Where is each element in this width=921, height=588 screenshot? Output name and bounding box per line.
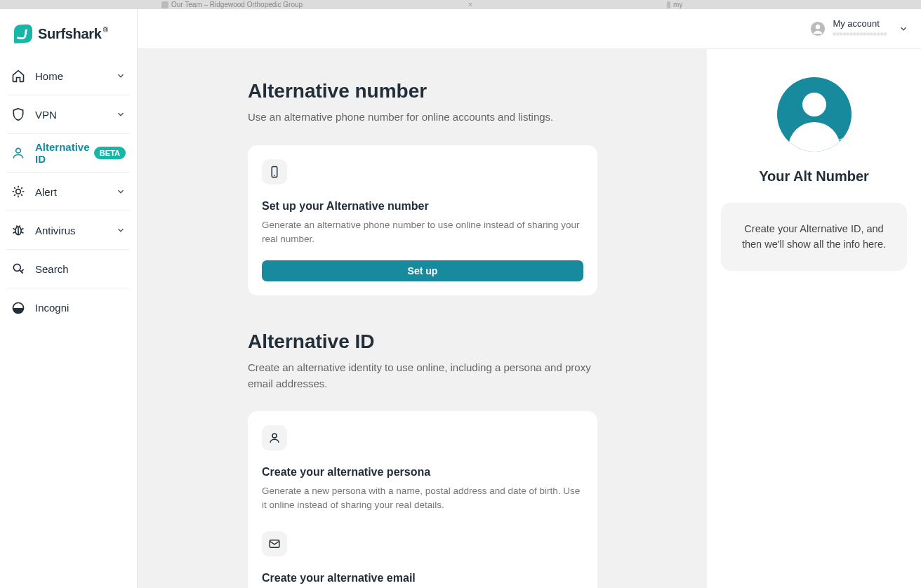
svg-line-14 — [13, 232, 15, 234]
svg-line-7 — [21, 194, 22, 196]
bug-icon — [11, 223, 25, 237]
sidebar: Surfshark® Home VPN — [0, 9, 138, 588]
sidebar-item-antivirus[interactable]: Antivirus — [7, 211, 130, 250]
alt-number-card-title: Set up your Alternative number — [262, 200, 583, 213]
beta-badge: BETA — [94, 147, 126, 159]
sidebar-item-label: VPN — [35, 109, 57, 121]
svg-line-20 — [21, 269, 23, 272]
svg-point-26 — [272, 434, 277, 438]
sidebar-item-alert[interactable]: Alert — [7, 173, 130, 211]
favicon-icon — [667, 1, 670, 8]
svg-line-8 — [14, 194, 15, 196]
svg-line-15 — [21, 232, 23, 234]
close-icon[interactable]: × — [463, 1, 477, 8]
sidebar-item-label: Home — [35, 70, 63, 82]
chevron-down-icon — [116, 71, 126, 81]
email-icon — [262, 531, 287, 556]
svg-line-9 — [21, 187, 22, 189]
account-avatar-icon — [810, 21, 826, 36]
sidebar-item-incogni[interactable]: Incogni — [7, 288, 130, 327]
sidebar-item-label: Incogni — [35, 302, 69, 314]
search-icon — [11, 262, 25, 276]
tab-title: Our Team – Ridgewood Orthopedic Group — [171, 1, 303, 8]
favicon-icon — [161, 1, 168, 8]
alt-id-card: Create your alternative persona Generate… — [248, 411, 597, 588]
svg-point-0 — [16, 148, 21, 153]
persona-desc: Generate a new persona with a name, post… — [262, 484, 583, 513]
email-title: Create your alternative email — [262, 572, 583, 584]
persona-title: Create your alternative persona — [262, 466, 583, 479]
sidebar-item-label: Alert — [35, 186, 57, 198]
sidebar-item-home[interactable]: Home — [7, 57, 130, 95]
svg-line-6 — [14, 187, 15, 189]
surfshark-logo-icon — [14, 24, 32, 44]
setup-button[interactable]: Set up — [262, 260, 583, 281]
brand-name: Surfshark® — [38, 26, 108, 42]
chevron-down-icon — [116, 187, 126, 196]
svg-line-17 — [20, 225, 20, 227]
panel-title: Your Alt Number — [721, 168, 907, 185]
chevron-down-icon — [116, 225, 126, 235]
sidebar-item-label: Search — [35, 263, 69, 275]
account-email: •••••••••••••••• — [833, 29, 887, 39]
person-icon — [262, 425, 287, 450]
svg-point-18 — [13, 264, 20, 271]
phone-icon — [262, 159, 287, 185]
home-icon — [11, 69, 25, 83]
sidebar-item-alternative-id[interactable]: Alternative ID BETA — [7, 134, 130, 173]
svg-point-23 — [816, 25, 820, 29]
alt-id-title: Alternative ID — [248, 330, 597, 353]
alt-number-card: Set up your Alternative number Generate … — [248, 145, 597, 296]
chevron-down-icon — [899, 24, 908, 34]
incogni-icon — [11, 301, 25, 315]
alt-id-subtitle: Create an alternative identity to use on… — [248, 360, 597, 392]
sidebar-item-search[interactable]: Search — [7, 250, 130, 288]
panel-info-box: Create your Alternative ID, and then we'… — [721, 203, 907, 271]
top-bar: My account •••••••••••••••• — [138, 9, 921, 49]
alt-number-subtitle: Use an alternative phone number for onli… — [248, 109, 597, 126]
browser-tab-1[interactable]: Our Team – Ridgewood Orthopedic Group — [161, 1, 463, 8]
account-label: My account — [833, 19, 887, 29]
svg-line-12 — [13, 229, 15, 230]
shield-icon — [11, 107, 25, 121]
svg-line-16 — [17, 225, 18, 227]
alt-number-title: Alternative number — [248, 80, 597, 102]
profile-avatar-icon — [777, 77, 852, 152]
person-icon — [11, 146, 25, 160]
account-menu[interactable]: My account •••••••••••••••• — [810, 19, 908, 39]
chevron-down-icon — [116, 109, 126, 119]
alt-number-card-desc: Generate an alternative phone number to … — [262, 218, 583, 247]
logo[interactable]: Surfshark® — [0, 9, 137, 54]
svg-point-1 — [16, 189, 21, 194]
sidebar-item-label: Antivirus — [35, 225, 76, 236]
alert-icon — [11, 185, 25, 199]
browser-tab-strip: Our Team – Ridgewood Orthopedic Group × … — [0, 0, 921, 9]
sidebar-item-vpn[interactable]: VPN — [7, 95, 130, 134]
sidebar-item-label: Alternative ID — [35, 141, 94, 165]
right-panel: Your Alt Number Create your Alternative … — [707, 49, 921, 588]
svg-line-13 — [21, 229, 23, 230]
